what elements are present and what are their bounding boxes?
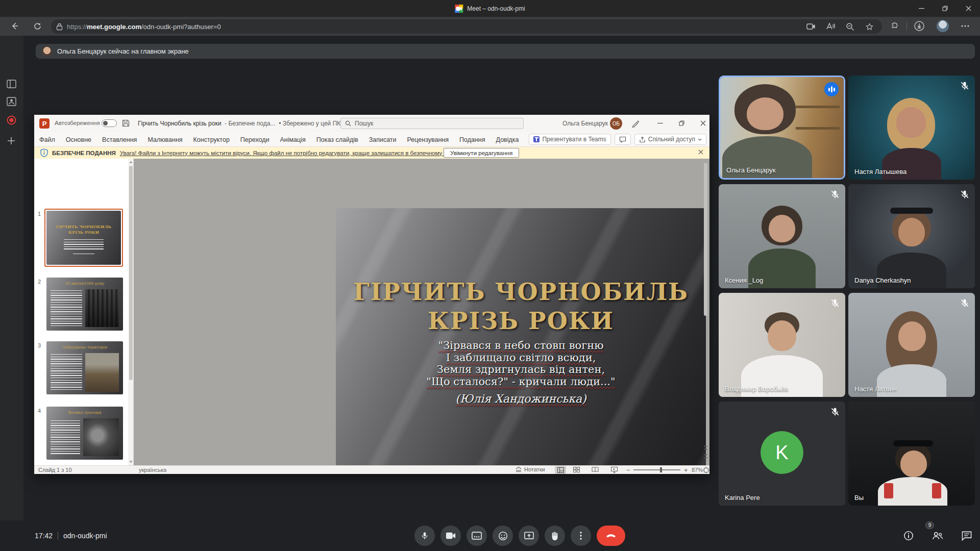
tab-record[interactable]: Записати [369,136,397,143]
participant-tile-nastya-l[interactable]: Настя Латышева [848,76,975,180]
meeting-code: odn-oudk-pmi [63,532,107,540]
recording-indicator-icon[interactable] [7,115,16,125]
profile-avatar[interactable] [937,20,949,32]
fit-slide-button[interactable] [703,467,709,473]
ppt-statusbar: Слайд 1 з 10 українська Нотатки − + 87% [34,465,709,474]
tab-slideshow[interactable]: Показ слайдів [316,136,358,143]
meeting-details-icon[interactable] [898,525,919,546]
protected-view-banner: БЕЗПЕЧНЕ ПОДАННЯ Увага! Файли з Інтернет… [34,147,709,159]
raise-hand-button[interactable] [545,525,565,546]
ppt-titlebar: P Автозбереження Гірчить Чорнобиль крізь… [34,115,709,132]
account-avatar[interactable]: ОБ [610,117,622,130]
tab-review[interactable]: Рецензування [407,136,449,143]
slide-thumbnail-1[interactable]: ГІРЧИТЬ ЧОРНОБИЛЬ КРІЗЬ РОКИ [44,209,123,267]
back-icon[interactable] [7,18,22,34]
slide-thumbnail-3[interactable]: Забруднена територія [46,341,123,394]
tab-view[interactable]: Подання [459,136,485,143]
participant-tile-karina[interactable]: K Karina Pere [719,402,845,506]
mic-off-icon [960,298,970,308]
participant-tile-you[interactable]: Вы [848,402,975,506]
url-text: https://meet.google.com/odn-oudk-pmi?aut… [67,23,221,31]
slide-thumbnail-2[interactable]: 26 квітня1986 року [46,278,123,331]
participant-tile-ksenia[interactable]: Ксения _Log [719,184,845,288]
next-slide-icon [703,454,708,460]
banner-close-icon[interactable] [698,149,704,155]
protected-view-message: Увага! Файли з Інтернету можуть містити … [120,150,467,156]
more-options-button[interactable] [571,525,591,546]
language-indicator[interactable]: українська [139,467,166,473]
comments-button[interactable] [615,134,631,145]
ppt-minimize-button[interactable] [648,115,672,132]
protected-view-label: БЕЗПЕЧНЕ ПОДАННЯ [52,150,116,156]
participant-name: Ольга Бенцарук [726,166,776,174]
slide-counter[interactable]: Слайд 1 з 10 [38,467,72,473]
tab-file[interactable]: Файл [39,136,55,143]
ppt-restore-button[interactable] [670,115,693,132]
toolbar-divider [906,21,907,31]
zoom-out-icon[interactable] [842,19,857,34]
tab-help[interactable]: Довідка [496,136,519,143]
captions-button[interactable] [467,525,487,546]
powerpoint-window: P Автозбереження Гірчить Чорнобиль крізь… [34,115,709,474]
tab-insert[interactable]: Вставлення [102,136,137,143]
zoom-percentage[interactable]: 87% [692,467,703,473]
chat-icon[interactable] [957,525,977,546]
refresh-icon[interactable] [30,18,45,34]
zoom-slider-track[interactable] [633,469,680,470]
address-bar[interactable]: https://meet.google.com/odn-oudk-pmi?aut… [51,19,882,34]
canvas-scrollbar[interactable] [703,159,708,465]
window-restore-button[interactable] [933,0,957,17]
slideshow-view-button[interactable] [611,467,618,473]
sidebar-add-icon[interactable] [7,136,16,145]
normal-view-button[interactable] [555,466,566,474]
tab-design[interactable]: Конструктор [193,136,230,143]
reading-view-button[interactable] [592,467,599,472]
search-box[interactable]: Пошук [340,118,524,129]
present-in-teams-button[interactable]: Презентувати в Teams [529,134,610,145]
notes-button[interactable]: Нотатки [515,466,545,472]
mic-button[interactable] [414,525,435,546]
tab-camera-indicator-icon[interactable] [803,19,819,34]
participant-tile-olga[interactable]: Ольга Бенцарук [719,76,845,180]
thumbnail-scrollbar[interactable] [128,159,134,465]
autosave-label: Автозбереження [55,120,100,126]
favorites-star-icon[interactable] [862,19,877,34]
reactions-button[interactable] [493,525,513,546]
downloads-icon[interactable] [912,18,927,34]
present-screen-button[interactable] [519,525,539,546]
zoom-in-button[interactable]: + [684,466,688,474]
previous-slide-icon [703,444,708,450]
browser-tab[interactable]: Meet – odn-oudk-pmi [455,0,525,17]
lock-icon [56,23,63,31]
notes-icon [515,466,522,472]
share-icon [639,136,646,143]
camera-button[interactable] [440,525,461,546]
end-call-button[interactable] [597,525,625,546]
participant-tile-danya[interactable]: Danya Cherkashyn [848,184,975,288]
extensions-icon[interactable] [887,18,902,34]
tab-home[interactable]: Основне [66,136,91,143]
read-aloud-icon[interactable] [823,19,838,34]
slide-thumbnail-4[interactable]: Велика трагедія [46,407,123,460]
current-slide[interactable]: ГІРЧИТЬ ЧОРНОБИЛЬ КРІЗЬ РОКИ "Зірвався в… [336,208,706,465]
tab-animations[interactable]: Анімація [280,136,306,143]
participant-tile-vladimir[interactable]: Владимир Воробьёв [719,293,845,397]
tab-transitions[interactable]: Переходи [240,136,270,143]
zoom-out-button[interactable]: − [626,466,630,474]
slide-sorter-view-button[interactable] [573,467,580,472]
browser-menu-icon[interactable] [958,18,973,34]
enable-editing-button[interactable]: Увімкнути редагування [444,148,519,158]
ppt-close-button[interactable] [691,115,715,132]
save-icon[interactable] [122,119,130,127]
window-close-button[interactable] [957,0,980,17]
tab-draw[interactable]: Малювання [148,136,182,143]
autosave-toggle[interactable] [102,119,117,127]
participant-tile-nastya-lytvyn[interactable]: Настя Литвин [848,293,975,397]
window-minimize-button[interactable] [910,0,933,17]
presenter-avatar [42,46,52,57]
share-button[interactable]: Спільний доступ [634,134,706,145]
ribbon-display-icon[interactable] [631,119,640,128]
avatar-letter: K [761,431,803,474]
sidebar-tabs-icon[interactable] [7,80,16,88]
sidebar-profile-icon[interactable] [7,97,16,106]
